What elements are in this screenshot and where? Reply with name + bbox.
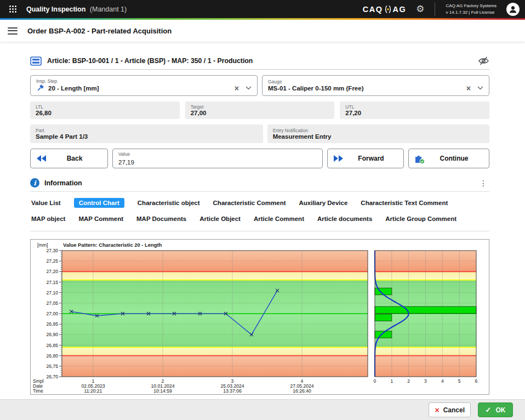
- svg-text:1: 1: [390, 378, 393, 384]
- continue-button[interactable]: Continue: [408, 149, 489, 168]
- value-label: Value: [118, 151, 317, 157]
- information-header: i Information ⋮: [30, 178, 489, 192]
- svg-text:3: 3: [424, 378, 427, 384]
- double-left-icon: [36, 155, 47, 162]
- part-value: Sample 4 Part 1/3: [36, 133, 258, 140]
- avatar[interactable]: [506, 3, 520, 16]
- svg-text:[mm]: [mm]: [37, 242, 48, 248]
- back-label: Back: [47, 155, 102, 162]
- svg-text:27,20: 27,20: [46, 269, 58, 274]
- puzzle-check-icon: [414, 154, 425, 164]
- back-button[interactable]: Back: [30, 149, 108, 168]
- app-grid-icon[interactable]: [7, 3, 19, 15]
- svg-text:Value Pattern: Characteristic: Value Pattern: Characteristic 20 - Lengt…: [63, 242, 162, 248]
- tab-article-documents[interactable]: Article documents: [317, 214, 372, 224]
- tab-characteristic-object[interactable]: Characteristic object: [138, 198, 200, 208]
- svg-text:26,80: 26,80: [46, 353, 58, 359]
- menu-icon[interactable]: [8, 27, 18, 35]
- information-tabs: Value ListControl ChartCharacteristic ob…: [30, 192, 489, 231]
- svg-text:5: 5: [458, 378, 461, 384]
- info-icon: i: [30, 178, 39, 188]
- caq-logo: CAQ AG: [363, 5, 406, 14]
- svg-text:27,25: 27,25: [46, 258, 58, 264]
- tab-value-list[interactable]: Value List: [31, 198, 61, 208]
- insp-step-field[interactable]: Insp. Step 20 - Length [mm] ×: [30, 75, 258, 96]
- ok-button[interactable]: ✓ OK: [478, 402, 513, 417]
- article-header: Article: BSP-10-001 / 1 - Article (BSP) …: [30, 56, 489, 70]
- eye-off-icon[interactable]: [478, 56, 489, 66]
- article-title: Article: BSP-10-001 / 1 - Article (BSP) …: [47, 57, 472, 65]
- gauge-label: Gauge: [268, 79, 484, 84]
- clear-icon[interactable]: ×: [233, 84, 241, 92]
- gauge-value: MS-01 - Caliper 0-150 mm (Free): [268, 85, 461, 92]
- svg-text:Time: Time: [33, 388, 43, 393]
- bottom-bar: × Cancel ✓ OK: [0, 399, 525, 420]
- svg-text:4: 4: [441, 378, 444, 384]
- tab-characteristic-comment[interactable]: Characteristic Comment: [213, 198, 286, 208]
- ltl-label: LTL: [36, 104, 174, 110]
- forward-label: Forward: [344, 155, 398, 162]
- chevron-down-icon[interactable]: [244, 86, 253, 90]
- grid-dots: [9, 5, 17, 13]
- app-title: Quality Inspection (Mandant 1): [26, 5, 127, 13]
- tab-map-comment[interactable]: MAP Comment: [78, 214, 123, 224]
- target-field: Target 27,00: [185, 101, 335, 119]
- kebab-menu-icon[interactable]: ⋮: [477, 179, 489, 188]
- tab-characteristic-text-comment[interactable]: Characteristic Text Comment: [361, 198, 448, 208]
- app-title-text: Quality Inspection: [26, 5, 85, 13]
- selector-row: Insp. Step 20 - Length [mm] ×: [30, 75, 489, 96]
- value-input-box[interactable]: Value: [112, 149, 323, 168]
- svg-text:6: 6: [475, 378, 478, 384]
- svg-text:11:20:21: 11:20:21: [84, 388, 102, 393]
- continue-label: Continue: [425, 155, 483, 162]
- part-row: Part Sample 4 Part 1/3 Entry Notificatio…: [30, 124, 489, 143]
- tab-article-object[interactable]: Article Object: [199, 214, 241, 224]
- svg-text:27,15: 27,15: [46, 280, 58, 285]
- cancel-button[interactable]: × Cancel: [429, 402, 471, 417]
- logo-caq-text: CAQ: [363, 5, 383, 14]
- limits-row: LTL 26,80 Target 27,00 UTL 27,20: [30, 101, 489, 119]
- ok-check-icon: ✓: [486, 406, 492, 413]
- tab-map-object[interactable]: MAP object: [31, 214, 65, 224]
- tab-article-group-comment[interactable]: Article Group Comment: [385, 214, 456, 224]
- value-input[interactable]: [118, 159, 317, 166]
- tenant-label: (Mandant 1): [90, 5, 127, 13]
- svg-text:26,70: 26,70: [46, 374, 58, 379]
- tab-article-comment[interactable]: Article Comment: [254, 214, 304, 224]
- svg-text:2: 2: [407, 378, 410, 384]
- ltl-value: 26,80: [36, 110, 174, 116]
- svg-text:27,05: 27,05: [46, 300, 58, 306]
- entry-notification-field: Entry Notification Measurement Entry: [267, 124, 489, 143]
- target-label: Target: [191, 104, 329, 110]
- cancel-label: Cancel: [443, 406, 465, 414]
- hammer-icon: [36, 84, 44, 92]
- user-icon: [508, 4, 518, 14]
- double-right-icon: [333, 155, 344, 162]
- utl-field: UTL 27,20: [340, 101, 489, 119]
- logo-ag-text: AG: [393, 5, 407, 14]
- gear-icon[interactable]: ⚙: [416, 4, 424, 14]
- tab-control-chart[interactable]: Control Chart: [74, 198, 124, 208]
- forward-button[interactable]: Forward: [327, 149, 404, 168]
- app-window: Quality Inspection (Mandant 1) CAQ AG ⚙ …: [0, 0, 525, 420]
- insp-step-value: 20 - Length [mm]: [48, 85, 229, 92]
- clear-icon[interactable]: ×: [465, 84, 472, 92]
- topbar: Quality Inspection (Mandant 1) CAQ AG ⚙ …: [0, 0, 525, 18]
- article-icon: [30, 56, 42, 66]
- main-content: Article: BSP-10-001 / 1 - Article (BSP) …: [30, 56, 489, 395]
- svg-text:26,85: 26,85: [46, 343, 58, 348]
- part-field: Part Sample 4 Part 1/3: [30, 124, 263, 143]
- svg-text:26,90: 26,90: [46, 332, 58, 337]
- gauge-field[interactable]: Gauge MS-01 - Caliper 0-150 mm (Free) ×: [262, 75, 489, 96]
- target-value: 27,00: [191, 110, 329, 116]
- topbar-divider: [435, 3, 435, 16]
- cancel-x-icon: ×: [435, 406, 439, 414]
- tab-map-documents[interactable]: MAP Documents: [136, 214, 186, 224]
- tab-auxiliary-device[interactable]: Auxiliary Device: [299, 198, 348, 208]
- control-chart-svg: 26,7026,7526,8026,8526,9026,9527,0027,05…: [32, 241, 488, 393]
- ltl-field: LTL 26,80: [30, 101, 180, 119]
- ok-label: OK: [495, 406, 505, 414]
- chevron-down-icon[interactable]: [476, 86, 484, 90]
- version-number: v 14.1.7.32 | Full License: [446, 9, 497, 16]
- caq-eye-icon: [384, 5, 392, 14]
